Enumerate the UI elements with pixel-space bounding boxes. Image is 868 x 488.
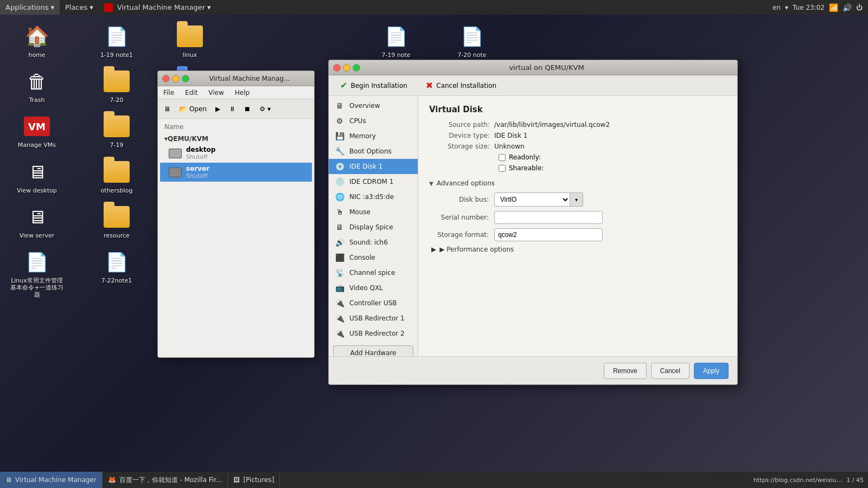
desktop-icon-1-19-note1[interactable]: 📄 1-19 note1 <box>84 20 149 62</box>
serial-number-input[interactable] <box>494 211 603 224</box>
places-menu[interactable]: Places ▾ <box>60 0 99 15</box>
vm-manager-menu[interactable]: Virtual Machine Manager ▾ <box>99 0 216 15</box>
desktop-icon-home[interactable]: 🏠 home <box>4 20 69 62</box>
desktop-icon-7-20[interactable]: 7-20 <box>84 65 149 107</box>
nav-nic[interactable]: 🌐 NIC :a3:d5:de <box>329 189 418 204</box>
locale-indicator[interactable]: en <box>773 4 781 11</box>
cancel-btn[interactable]: Cancel <box>651 363 690 379</box>
vm-config-minimize-btn[interactable] <box>343 64 350 72</box>
vmm-menu-edit[interactable]: Edit <box>182 88 201 98</box>
apply-btn[interactable]: Apply <box>694 363 729 379</box>
linux-label: linux <box>183 52 197 59</box>
nav-console[interactable]: ⬛ Console <box>329 250 418 265</box>
mouse-icon: 🖱 <box>334 208 345 216</box>
advanced-options-toggle[interactable]: ▼ Advanced options <box>429 179 726 187</box>
view-server-icon: 🖥 <box>28 206 46 228</box>
add-hardware-btn[interactable]: Add Hardware <box>333 345 413 356</box>
desktop-icons-far: 📄 7-19 note 📄 7-20 note <box>363 19 505 63</box>
vmm-menu-view[interactable]: View <box>205 88 227 98</box>
applications-menu[interactable]: Applications ▾ <box>0 0 60 15</box>
taskbar-firefox[interactable]: 🦊 百度一下，你就知道 - Mozilla Fir... <box>103 472 228 488</box>
desktop-icon-manage-vms[interactable]: VM Manage VMs <box>4 110 69 152</box>
desktop-icon-view-server[interactable]: 🖥 View server <box>4 201 69 242</box>
vmm-toolbar-settings-btn[interactable]: ⚙ ▾ <box>256 104 275 114</box>
vmm-maximize-btn[interactable] <box>182 75 189 82</box>
vmm-toolbar-open-btn[interactable]: 📂 Open <box>175 104 210 114</box>
vmm-toolbar-run-btn[interactable]: ▶ <box>212 104 224 114</box>
nav-memory-label: Memory <box>349 132 376 140</box>
linux-folder-icon <box>177 25 203 47</box>
vmm-toolbar-pause-btn[interactable]: ⏸ <box>225 104 239 114</box>
nav-controller-usb[interactable]: 🔌 Controller USB <box>329 296 418 311</box>
nav-ide-disk-1[interactable]: 💿 IDE Disk 1 <box>329 159 418 174</box>
nav-usb-redirector-1[interactable]: 🔌 USB Redirector 1 <box>329 311 418 326</box>
nav-display-spice[interactable]: 🖥 Display Spice <box>329 220 418 235</box>
1-19-note1-icon: 📄 <box>105 25 128 47</box>
server-vm-name: server <box>186 165 209 172</box>
power-icon[interactable]: ⏻ <box>856 4 863 11</box>
desktop-icon-view-desktop[interactable]: 🖥 View desktop <box>4 156 69 197</box>
desktop-icon-7-20-note[interactable]: 📄 7-20 note <box>439 20 505 62</box>
vmm-vm-server[interactable]: server Shutoff <box>160 163 312 182</box>
boot-options-icon: 🔧 <box>334 147 345 156</box>
remove-btn[interactable]: Remove <box>604 363 647 379</box>
desktop-icon-othersblog[interactable]: othersblog <box>84 156 149 197</box>
nav-mouse[interactable]: 🖱 Mouse <box>329 204 418 220</box>
vmm-minimize-btn[interactable] <box>172 75 180 82</box>
vmm-menu-help[interactable]: Help <box>232 88 253 98</box>
vmm-close-btn[interactable] <box>162 75 170 82</box>
vm-config-maximize-btn[interactable] <box>353 64 360 72</box>
nav-boot-options[interactable]: 🔧 Boot Options <box>329 144 418 159</box>
vmm-toolbar-stop-btn[interactable]: ⏹ <box>240 104 254 114</box>
begin-install-label: Begin Installation <box>350 82 407 89</box>
linux-note-icon: 📄 <box>25 251 48 273</box>
cancel-installation-btn[interactable]: ✖ Cancel Installation <box>421 78 501 93</box>
readonly-checkbox[interactable] <box>499 154 506 161</box>
nav-memory[interactable]: 💾 Memory <box>329 129 418 144</box>
desktop-icon-trash[interactable]: 🗑 Trash <box>4 65 69 107</box>
settings-arrow: ▾ <box>267 105 271 113</box>
othersblog-folder-icon <box>104 161 130 183</box>
vmm-vm-desktop[interactable]: desktop Shutoff <box>160 144 312 163</box>
storage-size-label: Storage size: <box>429 143 494 150</box>
desktop-icon-linux[interactable]: linux <box>157 20 222 62</box>
taskbar-vmm[interactable]: 🖥 Virtual Machine Manager <box>0 472 103 488</box>
desktop-icon-linux-note[interactable]: 📄 Linux常用文件管理 基本命令+一道练习 题 <box>4 246 69 302</box>
vmm-title: Virtual Machine Manag... <box>189 75 310 82</box>
desktop-icon-7-19-note[interactable]: 📄 7-19 note <box>363 20 429 62</box>
vm-config-close-btn[interactable] <box>333 64 341 72</box>
nav-usb-redirector-2[interactable]: 🔌 USB Redirector 2 <box>329 326 418 341</box>
taskbar-firefox-label: 百度一下，你就知道 - Mozilla Fir... <box>119 476 222 485</box>
disk-bus-select[interactable]: VirtIO <box>494 192 570 207</box>
disk-bus-selector: VirtIO ▾ <box>494 192 583 207</box>
trash-label: Trash <box>29 97 44 104</box>
desktop-icon-resource[interactable]: resource <box>84 201 149 242</box>
nav-ide-disk-1-label: IDE Disk 1 <box>349 163 382 170</box>
vmm-menu-file[interactable]: File <box>160 88 177 98</box>
nav-channel-spice[interactable]: 📡 Channel spice <box>329 265 418 280</box>
nav-cpus[interactable]: ⚙ CPUs <box>329 113 418 129</box>
nav-overview[interactable]: 🖥 Overview <box>329 98 418 113</box>
desktop-icon-7-19[interactable]: 7-19 <box>84 110 149 152</box>
performance-options-toggle[interactable]: ▶ ▶ Performance options <box>429 246 726 253</box>
taskbar: 🖥 Virtual Machine Manager 🦊 百度一下，你就知道 - … <box>0 472 868 488</box>
disk-bus-dropdown-btn[interactable]: ▾ <box>570 192 583 207</box>
desktop-icons-right: 📄 1-19 note1 7-20 7-19 othersblog <box>84 19 149 288</box>
nav-sound-ich6[interactable]: 🔊 Sound: ich6 <box>329 235 418 250</box>
vm-config-titlebar: virtual on QEMU/KVM <box>329 60 737 75</box>
shareable-checkbox[interactable] <box>499 165 506 172</box>
pause-icon: ⏸ <box>229 105 235 113</box>
nav-ide-cdrom-1[interactable]: 💿 IDE CDROM 1 <box>329 174 418 189</box>
advanced-options-label: Advanced options <box>437 179 495 187</box>
vm-config-nav: 🖥 Overview ⚙ CPUs 💾 Memory 🔧 Boot Option… <box>329 96 418 356</box>
places-arrow: ▾ <box>90 3 93 11</box>
taskbar-vmm-label: Virtual Machine Manager <box>15 476 97 484</box>
desktop-icon-7-22note1[interactable]: 📄 7-22note1 <box>84 246 149 287</box>
nav-video-qxl[interactable]: 📺 Video QXL <box>329 280 418 296</box>
taskbar-pictures[interactable]: 🖼 [Pictures] <box>228 472 280 488</box>
vmm-toolbar-icon-btn[interactable]: 🖥 <box>160 104 174 114</box>
storage-format-input[interactable] <box>494 228 603 241</box>
applications-label: Applications <box>5 3 48 11</box>
begin-installation-btn[interactable]: ✔ Begin Installation <box>335 78 412 93</box>
nav-mouse-label: Mouse <box>349 208 371 216</box>
